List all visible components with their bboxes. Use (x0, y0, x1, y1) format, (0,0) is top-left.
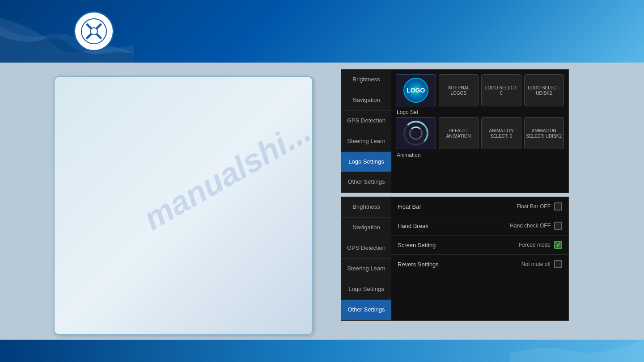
svg-point-3 (90, 28, 97, 35)
anim-inner (409, 126, 423, 140)
sidebar-item-gps-detection[interactable]: GPS Detection (341, 111, 391, 131)
logo-tiles-row: LOGO INTERNAL LOGOS LOGO SELECT: 0 LOGO … (396, 74, 564, 106)
default-animation-tile[interactable]: DEFAULT ANIMATION (439, 117, 479, 149)
right-container: Brightness Navigation GPS Detection Stee… (341, 69, 569, 324)
revers-settings-value: Not mute off (521, 261, 551, 267)
checkmark-icon: ✓ (556, 242, 561, 248)
app-logo (74, 11, 114, 51)
logo-settings-panel: Brightness Navigation GPS Detection Stee… (341, 69, 569, 193)
screen-setting-checkbox[interactable]: ✓ (554, 241, 562, 249)
anim-graphic (403, 121, 428, 146)
animation-select-0-tile[interactable]: ANIMATION SELECT: 0 (481, 117, 521, 149)
float-bar-checkbox[interactable] (554, 202, 562, 210)
hand-break-row: Hand Break Hand check OFF (391, 216, 568, 236)
bottom-sidebar-nav: Brightness Navigation GPS Detection Stee… (341, 197, 391, 320)
other-settings-panel: Brightness Navigation GPS Detection Stee… (341, 197, 569, 320)
hand-break-right: Hand check OFF (510, 222, 562, 230)
sidebar-item-steering-learn-2[interactable]: Steering Learn (341, 259, 391, 279)
x-logo-icon (80, 18, 107, 45)
screen-setting-label: Screen Setting (398, 242, 436, 248)
preview-panel (54, 76, 313, 335)
sidebar-item-navigation[interactable]: Navigation (341, 90, 391, 111)
hand-break-value: Hand check OFF (510, 223, 551, 229)
animation-select-udisk2-tile[interactable]: ANIMATION SELECT: UDISK2 (524, 117, 564, 149)
logo-select-0-label: LOGO SELECT: 0 (483, 85, 519, 96)
animation-tiles-row: DEFAULT ANIMATION ANIMATION SELECT: 0 AN… (396, 117, 564, 149)
revers-settings-right: Not mute off (521, 260, 562, 268)
float-bar-row: Float Bar Float Bar OFF (391, 197, 568, 216)
logo-select-udisk2-label: LOGO SELECT: UDISK2 (526, 85, 562, 96)
logo-text: LOGO (407, 87, 425, 94)
sidebar-item-navigation-2[interactable]: Navigation (341, 218, 391, 238)
footer (0, 340, 644, 362)
float-bar-right: Float Bar OFF (517, 202, 562, 210)
default-animation-label: DEFAULT ANIMATION (441, 128, 477, 139)
screen-setting-value: Forced mode (519, 242, 551, 248)
sidebar-item-brightness-2[interactable]: Brightness (341, 197, 391, 218)
float-bar-label: Float Bar (398, 203, 421, 210)
sidebar-item-other-settings[interactable]: Other Settings (341, 172, 391, 193)
revers-settings-label: Revers Settings (398, 261, 439, 268)
logo-settings-content: LOGO INTERNAL LOGOS LOGO SELECT: 0 LOGO … (391, 70, 568, 193)
sidebar-item-other-settings-2[interactable]: Other Settings (341, 300, 391, 320)
animation-main-tile[interactable] (396, 117, 436, 149)
animation-label: Animation (396, 152, 564, 158)
sidebar-item-steering-learn[interactable]: Steering Learn (341, 131, 391, 152)
animation-select-0-label: ANIMATION SELECT: 0 (483, 128, 519, 139)
logo-graphic: LOGO (403, 78, 428, 103)
hand-break-checkbox[interactable] (554, 222, 562, 230)
hand-break-label: Hand Break (398, 223, 428, 229)
screen-setting-row: Screen Setting Forced mode ✓ (391, 236, 568, 255)
sidebar-item-brightness[interactable]: Brightness (341, 70, 391, 90)
revers-settings-row: Revers Settings Not mute off (391, 255, 568, 274)
sidebar-item-logo-settings[interactable]: Logo Settings (341, 152, 391, 173)
logo-select-0-tile[interactable]: LOGO SELECT: 0 (481, 74, 521, 106)
internal-logos-tile[interactable]: INTERNAL LOGOS (439, 74, 479, 106)
other-settings-content: Float Bar Float Bar OFF Hand Break Hand … (391, 197, 568, 320)
float-bar-value: Float Bar OFF (517, 203, 551, 210)
top-sidebar-nav: Brightness Navigation GPS Detection Stee… (341, 70, 391, 193)
sidebar-item-gps-detection-2[interactable]: GPS Detection (341, 238, 391, 259)
logo-main-tile[interactable]: LOGO (396, 74, 436, 106)
sidebar-item-logo-settings-2[interactable]: Logo Settings (341, 279, 391, 300)
screen-setting-right: Forced mode ✓ (519, 241, 562, 249)
animation-select-udisk2-label: ANIMATION SELECT: UDISK2 (526, 128, 562, 139)
logo-select-udisk2-tile[interactable]: LOGO SELECT: UDISK2 (524, 74, 564, 106)
revers-settings-checkbox[interactable] (554, 260, 562, 268)
header (0, 0, 644, 63)
internal-logos-label: INTERNAL LOGOS (441, 85, 477, 96)
logo-set-label: Logo Set (396, 109, 564, 115)
